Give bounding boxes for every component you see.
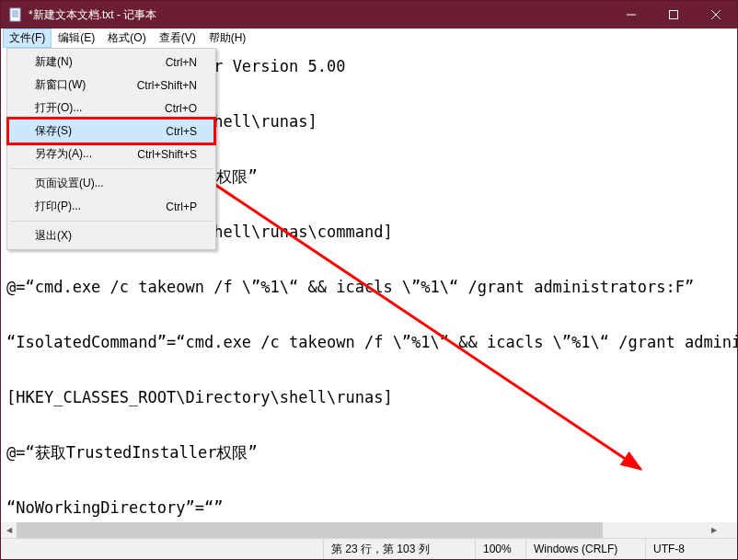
menuitem-label: 保存(S) xyxy=(35,123,72,139)
scroll-right-button[interactable]: ▶ xyxy=(706,522,721,538)
content-area: Windows Registry Editor Version 5.00 [HK… xyxy=(1,48,737,538)
menuitem-label: 页面设置(U)... xyxy=(35,176,104,191)
status-encoding: UTF-8 xyxy=(645,539,737,559)
menu-edit[interactable]: 编辑(E) xyxy=(52,29,101,48)
window-title: *新建文本文档.txt - 记事本 xyxy=(29,7,610,23)
menuitem-shortcut: Ctrl+O xyxy=(165,102,197,115)
menu-separator xyxy=(10,221,213,222)
close-button[interactable] xyxy=(695,1,737,29)
scroll-track[interactable] xyxy=(17,522,706,538)
maximize-button[interactable] xyxy=(652,1,695,29)
status-eol: Windows (CRLF) xyxy=(525,539,645,559)
scroll-left-button[interactable]: ◀ xyxy=(1,522,17,538)
menuitem-shortcut: Ctrl+P xyxy=(166,200,197,213)
menuitem-newwindow[interactable]: 新窗口(W)Ctrl+Shift+N xyxy=(9,74,213,97)
menuitem-open[interactable]: 打开(O)...Ctrl+O xyxy=(9,97,213,120)
scroll-thumb[interactable] xyxy=(17,522,603,538)
menuitem-label: 打印(P)... xyxy=(35,199,81,214)
menuitem-label: 另存为(A)... xyxy=(35,146,92,162)
window-buttons xyxy=(610,1,737,29)
app-icon xyxy=(8,7,23,22)
statusbar: 第 23 行，第 103 列 100% Windows (CRLF) UTF-8 xyxy=(1,538,737,559)
menuitem-label: 打开(O)... xyxy=(35,100,82,116)
status-position: 第 23 行，第 103 列 xyxy=(323,539,475,559)
menuitem-label: 新建(N) xyxy=(35,54,73,70)
menuitem-label: 新窗口(W) xyxy=(35,77,86,93)
menubar: 文件(F) 编辑(E) 格式(O) 查看(V) 帮助(H) xyxy=(1,29,737,48)
menuitem-new[interactable]: 新建(N)Ctrl+N xyxy=(9,51,213,74)
minimize-button[interactable] xyxy=(610,1,652,29)
notepad-window: *新建文本文档.txt - 记事本 文件(F) 编辑(E) 格式(O) 查看(V… xyxy=(0,0,738,560)
menuitem-pagesetup[interactable]: 页面设置(U)... xyxy=(9,172,213,195)
menu-format[interactable]: 格式(O) xyxy=(101,29,152,48)
menuitem-save[interactable]: 保存(S)Ctrl+S xyxy=(9,120,213,143)
menuitem-exit[interactable]: 退出(X) xyxy=(9,224,213,247)
menuitem-saveas[interactable]: 另存为(A)...Ctrl+Shift+S xyxy=(9,143,213,166)
menu-help[interactable]: 帮助(H) xyxy=(202,29,253,48)
status-zoom: 100% xyxy=(475,539,525,559)
menu-file[interactable]: 文件(F) xyxy=(3,29,52,48)
menuitem-shortcut: Ctrl+Shift+N xyxy=(137,79,197,92)
file-menu-dropdown: 新建(N)Ctrl+N 新窗口(W)Ctrl+Shift+N 打开(O)...C… xyxy=(6,48,216,250)
scroll-corner xyxy=(721,522,737,538)
titlebar[interactable]: *新建文本文档.txt - 记事本 xyxy=(1,1,737,29)
menuitem-label: 退出(X) xyxy=(35,228,72,244)
menuitem-shortcut: Ctrl+N xyxy=(166,56,197,69)
menuitem-print[interactable]: 打印(P)...Ctrl+P xyxy=(9,195,213,218)
horizontal-scrollbar[interactable]: ◀ ▶ xyxy=(1,522,721,538)
menuitem-shortcut: Ctrl+S xyxy=(166,125,197,138)
menuitem-shortcut: Ctrl+Shift+S xyxy=(137,148,197,161)
menu-separator xyxy=(10,168,213,169)
svg-rect-6 xyxy=(670,11,678,19)
menu-view[interactable]: 查看(V) xyxy=(153,29,202,48)
